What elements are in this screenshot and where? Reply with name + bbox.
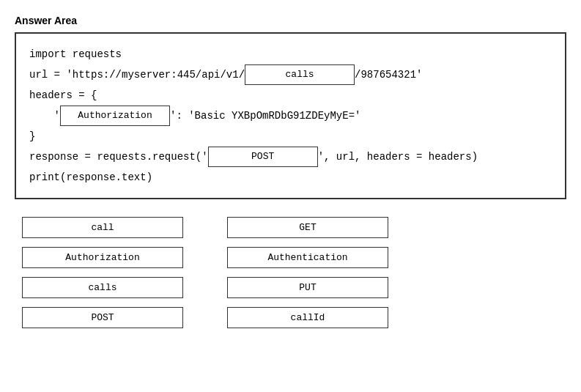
code-line-2: url = 'https://myserver:445/api/v1/ call…	[29, 64, 552, 85]
code-text-4b: ': 'Basic YXBpOmRDbG91ZDEyMyE='	[170, 106, 360, 126]
code-text-1: import requests	[29, 44, 122, 64]
code-line-7: print(response.text)	[29, 167, 552, 188]
code-text-5: }	[29, 126, 35, 147]
option-btn-Authorization[interactable]: Authorization	[22, 247, 183, 268]
option-btn-callId[interactable]: callId	[227, 307, 388, 328]
code-text-6a: response = requests.request('	[29, 147, 208, 167]
option-btn-calls[interactable]: calls	[22, 277, 183, 298]
code-box: import requests url = 'https://myserver:…	[15, 32, 566, 199]
option-btn-call[interactable]: call	[22, 217, 183, 238]
option-btn-Authentication[interactable]: Authentication	[227, 247, 388, 268]
code-text-6b: ', url, headers = headers)	[318, 147, 478, 167]
option-btn-GET[interactable]: GET	[227, 217, 388, 238]
option-btn-PUT[interactable]: PUT	[227, 277, 388, 298]
code-text-2a: url = 'https://myserver:445/api/v1/	[29, 64, 245, 85]
inline-box-calls[interactable]: calls	[245, 64, 355, 85]
code-text-4a: '	[29, 106, 60, 126]
code-line-5: }	[29, 126, 552, 147]
code-line-1: import requests	[29, 44, 552, 64]
option-btn-POST[interactable]: POST	[22, 307, 183, 328]
code-text-3: headers = {	[29, 85, 97, 106]
inline-box-post[interactable]: POST	[208, 147, 318, 167]
code-text-7: print(response.text)	[29, 167, 152, 188]
options-grid: callGETAuthorizationAuthenticationcallsP…	[22, 217, 566, 328]
code-line-6: response = requests.request(' POST ', ur…	[29, 147, 552, 167]
answer-area-label: Answer Area	[15, 15, 566, 26]
inline-box-authorization[interactable]: Authorization	[60, 106, 170, 126]
code-line-3: headers = {	[29, 85, 552, 106]
code-line-4: ' Authorization ': 'Basic YXBpOmRDbG91ZD…	[29, 106, 552, 126]
code-text-2b: /987654321'	[355, 64, 422, 85]
